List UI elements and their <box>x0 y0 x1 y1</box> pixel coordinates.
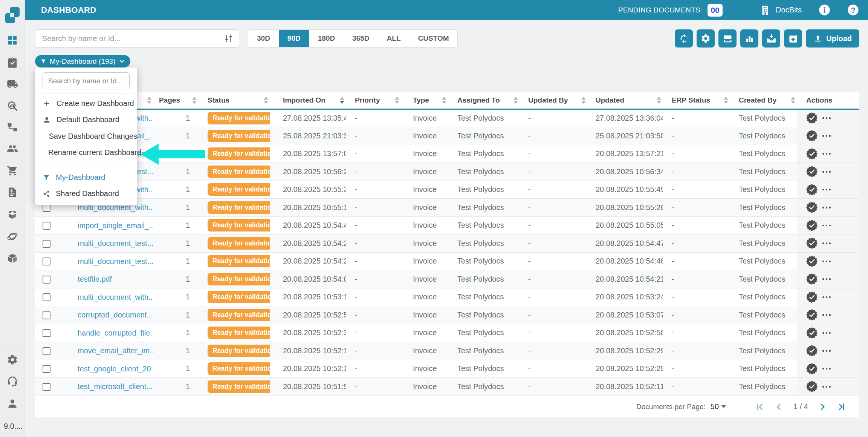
more-actions-icon[interactable] <box>822 225 831 227</box>
row-checkbox[interactable] <box>43 258 50 265</box>
document-name-link[interactable]: import_single_email_... <box>78 221 153 230</box>
menu-item-my-dashboard[interactable]: My-Dashboard <box>35 169 137 186</box>
sort-icon[interactable] <box>192 97 197 104</box>
column-header-pages[interactable]: Pages <box>153 92 199 109</box>
validate-seal-icon[interactable] <box>806 184 818 195</box>
sidebar-item-dashboard[interactable] <box>0 35 25 46</box>
sidebar-item-settings[interactable] <box>0 354 25 365</box>
sort-icon[interactable] <box>147 97 151 104</box>
time-filter-90d[interactable]: 90D <box>279 30 309 47</box>
per-page-value[interactable]: 50 <box>711 402 719 411</box>
validate-seal-icon[interactable] <box>806 238 818 249</box>
sort-icon[interactable] <box>657 97 661 104</box>
info-icon[interactable] <box>819 4 830 16</box>
row-checkbox[interactable] <box>43 222 50 230</box>
filter-tune-icon[interactable] <box>224 34 234 43</box>
previous-page-button[interactable] <box>774 402 784 412</box>
validate-seal-icon[interactable] <box>806 256 818 267</box>
validate-seal-icon[interactable] <box>806 202 818 213</box>
more-actions-icon[interactable] <box>822 171 831 173</box>
document-name-link[interactable]: test_microsoft_client... <box>78 382 153 391</box>
more-actions-icon[interactable] <box>822 261 831 262</box>
column-header-priority[interactable]: Priority <box>346 92 401 109</box>
upload-button[interactable]: Upload <box>806 29 859 48</box>
org-name[interactable]: DocBits <box>776 6 802 14</box>
search-input[interactable] <box>35 34 224 43</box>
validate-seal-icon[interactable] <box>806 112 818 124</box>
scanner-button[interactable] <box>718 29 737 48</box>
time-filter-180d[interactable]: 180D <box>309 30 344 47</box>
row-checkbox[interactable] <box>43 365 50 373</box>
analytics-button[interactable] <box>740 29 758 48</box>
sidebar-item-invoices[interactable]: $ <box>0 187 25 198</box>
sidebar-item-workflow[interactable] <box>0 121 25 133</box>
sidebar-item-shipping[interactable] <box>0 78 25 90</box>
first-page-button[interactable] <box>755 402 765 412</box>
document-name-link[interactable]: testfile.pdf <box>78 275 112 284</box>
sort-icon[interactable] <box>724 97 728 104</box>
sidebar-item-integrations[interactable] <box>0 231 25 242</box>
document-name-link[interactable]: multi_document_test... <box>78 257 153 266</box>
validate-seal-icon[interactable] <box>806 130 818 141</box>
next-page-button[interactable] <box>818 402 828 412</box>
time-filter-all[interactable]: ALL <box>378 30 410 47</box>
more-actions-icon[interactable] <box>822 117 831 119</box>
validate-seal-icon[interactable] <box>806 166 818 177</box>
document-name-link[interactable]: move_email_after_im... <box>78 347 153 355</box>
sidebar-item-tasks[interactable] <box>0 57 25 68</box>
pending-documents-count[interactable]: 00 <box>708 4 723 17</box>
row-checkbox[interactable] <box>43 347 50 355</box>
more-actions-icon[interactable] <box>822 350 831 352</box>
refresh-button[interactable] <box>675 29 693 48</box>
column-header-type[interactable]: Type <box>401 92 448 109</box>
row-checkbox[interactable] <box>43 204 50 212</box>
upload-box-button[interactable] <box>784 29 802 48</box>
sidebar-item-account[interactable] <box>0 398 25 409</box>
column-header-created-by[interactable]: Created By <box>730 92 797 109</box>
per-page-caret-icon[interactable] <box>721 405 726 408</box>
sort-icon[interactable] <box>581 97 586 104</box>
time-filter-30d[interactable]: 30D <box>248 30 279 47</box>
more-actions-icon[interactable] <box>822 368 831 370</box>
sidebar-item-purchasing[interactable] <box>0 165 25 176</box>
menu-item-create-new-dashboard[interactable]: Create new Dashboard <box>35 95 137 112</box>
more-actions-icon[interactable] <box>822 153 831 155</box>
sort-icon[interactable] <box>395 97 399 104</box>
more-actions-icon[interactable] <box>822 296 831 298</box>
more-actions-icon[interactable] <box>822 189 831 191</box>
sidebar-item-users[interactable] <box>0 143 25 154</box>
last-page-button[interactable] <box>837 402 847 412</box>
sidebar-item-products[interactable] <box>0 253 25 264</box>
validate-seal-icon[interactable] <box>806 381 818 392</box>
more-actions-icon[interactable] <box>822 278 831 280</box>
row-checkbox[interactable] <box>43 383 50 391</box>
sort-icon[interactable] <box>442 97 446 104</box>
column-header-status[interactable]: Status <box>199 92 270 109</box>
settings-button[interactable] <box>697 29 715 48</box>
dashboard-search-input[interactable] <box>43 73 146 89</box>
validate-seal-icon[interactable] <box>806 327 818 339</box>
column-header-updated[interactable]: Updated <box>588 92 663 109</box>
validate-seal-icon[interactable] <box>806 345 818 356</box>
validate-seal-icon[interactable] <box>806 309 818 320</box>
document-name-link[interactable]: multi_document_test... <box>78 239 153 248</box>
column-header-erp-status[interactable]: ERP Status <box>663 92 730 109</box>
sidebar-item-insights[interactable] <box>0 100 25 112</box>
column-header-updated-by[interactable]: Updated By <box>520 92 588 109</box>
sidebar-item-packages-open[interactable] <box>0 209 25 220</box>
dashboard-selector-chip[interactable]: My-Dashboard (193) <box>35 55 130 67</box>
document-name-link[interactable]: multi_document_with... <box>78 293 153 302</box>
sidebar-item-support[interactable] <box>0 376 25 387</box>
row-checkbox[interactable] <box>43 311 50 319</box>
validate-seal-icon[interactable] <box>806 363 818 374</box>
more-actions-icon[interactable] <box>822 386 831 388</box>
email-download-button[interactable] <box>762 29 780 48</box>
docbits-logo-icon[interactable] <box>0 6 25 24</box>
sort-icon[interactable] <box>264 97 268 104</box>
document-name-link[interactable]: handle_corrupted_file... <box>78 329 153 337</box>
menu-item-shared-dashboard[interactable]: Shared Dashbaord <box>35 186 137 202</box>
time-filter-365d[interactable]: 365D <box>344 30 378 47</box>
row-checkbox[interactable] <box>43 276 50 284</box>
row-checkbox[interactable] <box>43 329 50 337</box>
more-actions-icon[interactable] <box>822 332 831 334</box>
